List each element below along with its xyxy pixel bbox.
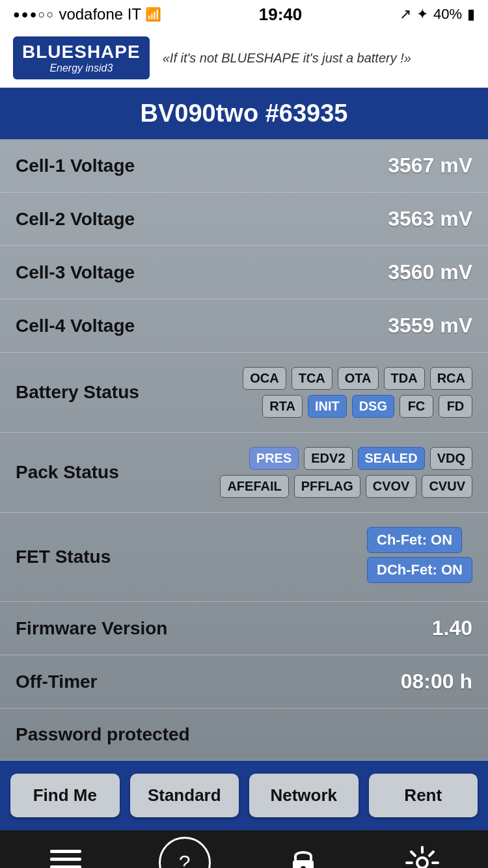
password-label: Password protected [16,724,190,745]
svg-line-9 [429,852,433,856]
cell4-value: 3559 mV [388,314,472,338]
fet-status-row: FET Status Ch-Fet: ON DCh-Fet: ON [0,513,488,602]
battery-badge-row1: OCA TCA OTA TDA RCA [243,367,472,390]
off-timer-row: Off-Timer 08:00 h [0,655,488,709]
hamburger-icon [50,850,81,869]
bluetooth-icon: ✦ [416,6,428,23]
logo-sub: Energy insid3 [22,62,141,74]
ch-fet-badge: Ch-Fet: ON [367,527,462,553]
standard-button[interactable]: Standard [130,774,239,817]
fet-badges: Ch-Fet: ON DCh-Fet: ON [367,527,472,587]
network-button[interactable]: Network [249,774,359,817]
battery-status-row: Battery Status OCA TCA OTA TDA RCA RTA I… [0,353,488,433]
menu-icon[interactable] [40,837,92,868]
logo-text: BLUESHAPE [22,42,141,62]
carrier: vodafone IT [59,5,141,23]
firmware-value: 1.40 [432,616,472,640]
badge-pfflag: PFFLAG [294,475,360,498]
pack-badge-row2: AFEFAIL PFFLAG CVOV CVUV [220,475,472,498]
location-icon: ↗ [400,6,411,23]
battery-status-label: Battery Status [16,382,139,403]
firmware-label: Firmware Version [16,618,167,639]
badge-edv2: EDV2 [304,447,352,470]
badge-tda: TDA [384,367,425,390]
badge-tca: TCA [291,367,332,390]
badge-oca: OCA [243,367,286,390]
pack-status-row: Pack Status PRES EDV2 SEALED VDQ AFEFAIL… [0,433,488,513]
cell1-label: Cell-1 Voltage [16,156,135,176]
dch-fet-badge: DCh-Fet: ON [367,557,472,583]
badge-rta: RTA [262,395,303,418]
tagline: «If it's not BLUESHAPE it's just a batte… [163,51,475,66]
cell3-label: Cell-3 Voltage [16,262,135,283]
off-timer-value: 08:00 h [401,670,472,694]
wifi-icon: 📶 [145,7,161,22]
cell1-voltage-row: Cell-1 Voltage 3567 mV [0,139,488,193]
settings-icon[interactable] [396,837,448,868]
data-section: Cell-1 Voltage 3567 mV Cell-2 Voltage 35… [0,139,488,761]
badge-pres: PRES [249,447,299,470]
bottom-nav: ? [0,830,488,868]
battery-percentage: 40% [433,6,462,23]
cell2-voltage-row: Cell-2 Voltage 3563 mV [0,193,488,246]
cell3-voltage-row: Cell-3 Voltage 3560 mV [0,246,488,299]
battery-badge-row2: RTA INIT DSG FC FD [262,395,472,418]
status-left: ●●●○○ vodafone IT 📶 [13,5,161,23]
rent-button[interactable]: Rent [369,774,478,817]
status-time: 19:40 [259,5,303,25]
battery-status-badges: OCA TCA OTA TDA RCA RTA INIT DSG FC FD [243,367,472,418]
svg-point-2 [417,858,427,868]
badge-ota: OTA [338,367,379,390]
status-right: ↗ ✦ 40% ▮ [400,6,475,23]
badge-vdq: VDQ [430,447,472,470]
svg-line-7 [411,852,415,856]
cell3-value: 3560 mV [388,260,472,284]
badge-fc: FC [400,395,433,418]
firmware-version-row: Firmware Version 1.40 [0,602,488,655]
badge-cvuv: CVUV [422,475,472,498]
lock-icon[interactable] [277,837,329,868]
help-label: ? [179,851,191,869]
badge-rca: RCA [430,367,472,390]
pack-status-label: Pack Status [16,462,119,483]
find-me-button[interactable]: Find Me [10,774,120,817]
badge-afefail: AFEFAIL [220,475,288,498]
badge-fd: FD [439,395,472,418]
badge-sealed: SEALED [358,447,425,470]
status-bar: ●●●○○ vodafone IT 📶 19:40 ↗ ✦ 40% ▮ [0,0,488,29]
password-protected-row: Password protected [0,709,488,761]
header: BLUESHAPE Energy insid3 «If it's not BLU… [0,29,488,88]
bottom-buttons: Find Me Standard Network Rent [0,761,488,830]
device-title: BV090two #63935 [0,88,488,139]
cell4-voltage-row: Cell-4 Voltage 3559 mV [0,299,488,353]
cell4-label: Cell-4 Voltage [16,316,135,336]
cell1-value: 3567 mV [388,154,472,178]
battery-icon: ▮ [467,6,475,23]
pack-badge-row1: PRES EDV2 SEALED VDQ [249,447,472,470]
help-icon[interactable]: ? [159,837,211,868]
badge-cvov: CVOV [366,475,417,498]
badge-init: INIT [308,395,347,418]
logo-box: BLUESHAPE Energy insid3 [13,36,150,79]
pack-status-badges: PRES EDV2 SEALED VDQ AFEFAIL PFFLAG CVOV… [220,447,472,498]
cell2-label: Cell-2 Voltage [16,209,135,230]
cell2-value: 3563 mV [388,207,472,231]
badge-dsg: DSG [352,395,394,418]
fet-status-label: FET Status [16,547,111,567]
off-timer-label: Off-Timer [16,671,98,692]
signal-dots: ●●●○○ [13,8,55,21]
